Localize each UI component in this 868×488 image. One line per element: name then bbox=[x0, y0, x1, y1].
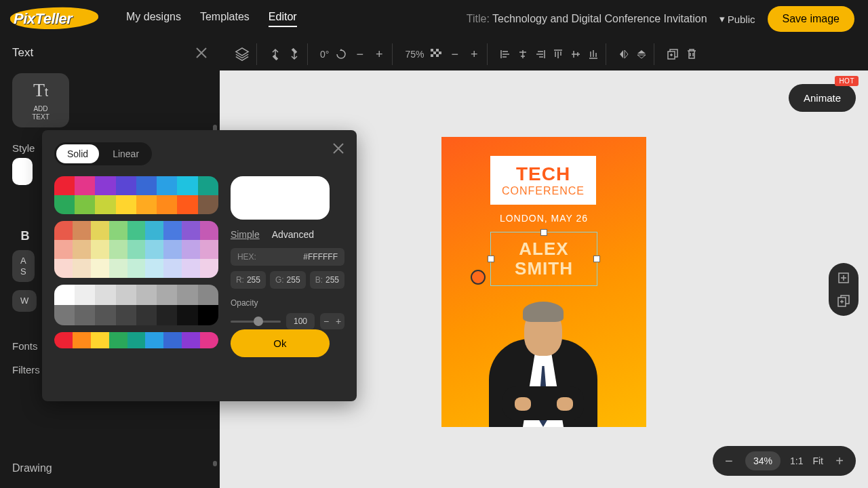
svg-rect-4 bbox=[433, 52, 436, 54]
rotate-increase[interactable]: + bbox=[373, 47, 386, 62]
date-text[interactable]: LONDON, MAY 26 bbox=[441, 213, 646, 224]
preset-chip[interactable]: W bbox=[12, 290, 37, 312]
resize-handle-top[interactable] bbox=[540, 229, 547, 236]
conference-text: CONFERENCE bbox=[502, 185, 585, 197]
opacity-decrease[interactable]: − bbox=[448, 47, 461, 62]
close-icon[interactable] bbox=[332, 142, 344, 155]
text-icon: Tt bbox=[33, 79, 48, 101]
opacity-increase[interactable]: + bbox=[332, 313, 344, 329]
palette-pastel[interactable] bbox=[54, 221, 218, 278]
color-controls: Simple Advanced HEX: #FFFFFF R:255 G:255… bbox=[231, 176, 344, 357]
zoom-controls: − 34% 1:1 Fit + bbox=[713, 446, 856, 476]
ok-button[interactable]: Ok bbox=[231, 329, 330, 357]
mode-advanced[interactable]: Advanced bbox=[272, 229, 314, 240]
duplicate-icon[interactable] bbox=[667, 48, 679, 60]
panel-title: Text bbox=[12, 46, 33, 60]
current-color-preview[interactable] bbox=[231, 176, 330, 220]
resize-handle-right[interactable] bbox=[593, 256, 600, 262]
hex-input[interactable]: HEX: #FFFFFF bbox=[231, 248, 344, 266]
mode-simple[interactable]: Simple bbox=[231, 229, 260, 240]
preset-chip[interactable]: A S bbox=[12, 250, 35, 282]
save-image-button[interactable]: Save image bbox=[768, 6, 855, 32]
nav-my-designs[interactable]: My designs bbox=[126, 11, 181, 27]
align-center-h-icon[interactable] bbox=[517, 49, 528, 60]
align-middle-icon[interactable] bbox=[570, 49, 581, 60]
style-swatch[interactable] bbox=[12, 158, 33, 185]
zoom-fit[interactable]: Fit bbox=[812, 455, 823, 466]
zoom-percent[interactable]: 34% bbox=[745, 451, 781, 470]
svg-rect-5 bbox=[439, 52, 441, 54]
layers-icon[interactable] bbox=[235, 47, 250, 62]
svg-rect-7 bbox=[436, 54, 439, 57]
drawing-section[interactable]: Drawing bbox=[0, 453, 64, 484]
duplicate-page-icon[interactable] bbox=[837, 294, 850, 308]
rotation-value[interactable]: 0° bbox=[320, 49, 329, 60]
opacity-value[interactable]: 75% bbox=[405, 49, 424, 60]
tech-text: TECH bbox=[516, 163, 570, 185]
rotate-decrease[interactable]: − bbox=[353, 47, 366, 62]
document-title[interactable]: Title: Technology and Digital Conference… bbox=[467, 13, 707, 25]
palette-grayscale[interactable] bbox=[54, 285, 218, 325]
resize-handle-left[interactable] bbox=[488, 256, 494, 262]
zoom-out[interactable]: − bbox=[722, 453, 736, 469]
b-input[interactable]: B:255 bbox=[310, 271, 344, 289]
svg-rect-6 bbox=[431, 54, 433, 57]
animate-button-wrap: HOT Animate bbox=[789, 84, 856, 112]
selected-text-box[interactable]: ALEX SMITH bbox=[490, 232, 597, 286]
add-text-button[interactable]: Tt ADD TEXT bbox=[12, 73, 69, 127]
align-right-icon[interactable] bbox=[535, 49, 546, 60]
rotate-icon[interactable] bbox=[336, 49, 347, 60]
bring-forward-icon[interactable] bbox=[269, 48, 281, 60]
fill-solid[interactable]: Solid bbox=[56, 144, 99, 163]
add-page-icon[interactable] bbox=[837, 271, 850, 285]
close-icon[interactable] bbox=[195, 47, 208, 59]
app-header: PixTeller My designs Templates Editor Ti… bbox=[0, 0, 868, 38]
delete-icon[interactable] bbox=[686, 48, 698, 60]
opacity-slider[interactable] bbox=[231, 321, 281, 323]
align-bottom-icon[interactable] bbox=[588, 49, 599, 60]
align-top-icon[interactable] bbox=[553, 49, 564, 60]
logo[interactable]: PixTeller bbox=[14, 5, 102, 33]
nav-editor[interactable]: Editor bbox=[269, 11, 297, 27]
editor-toolbar: 0° − + 75% − + bbox=[220, 38, 868, 70]
flip-vertical-icon[interactable] bbox=[636, 49, 647, 60]
hot-badge: HOT bbox=[835, 76, 859, 86]
bold-toggle[interactable]: B bbox=[15, 226, 35, 246]
fill-linear[interactable]: Linear bbox=[102, 144, 150, 163]
g-input[interactable]: G:255 bbox=[270, 271, 306, 289]
zoom-in[interactable]: + bbox=[833, 453, 846, 469]
person-image[interactable] bbox=[475, 291, 611, 427]
r-input[interactable]: R:255 bbox=[231, 271, 266, 289]
right-toolbar bbox=[829, 263, 859, 316]
opacity-decrease[interactable]: − bbox=[320, 313, 332, 329]
align-left-icon[interactable] bbox=[500, 49, 511, 60]
name-last: SMITH bbox=[515, 259, 573, 279]
main-nav: My designs Templates Editor bbox=[126, 11, 297, 27]
opacity-input[interactable]: 100 bbox=[286, 313, 315, 329]
send-backward-icon[interactable] bbox=[288, 48, 300, 60]
svg-rect-2 bbox=[431, 49, 433, 52]
animate-button[interactable]: Animate bbox=[789, 84, 856, 112]
palette-bright[interactable] bbox=[54, 176, 218, 214]
palette-rainbow[interactable] bbox=[54, 332, 218, 348]
transparency-icon[interactable] bbox=[431, 49, 441, 60]
color-palettes bbox=[54, 176, 218, 357]
design-artboard[interactable]: TECH CONFERENCE LONDON, MAY 26 ALEX SMIT… bbox=[441, 137, 646, 427]
color-picker-popover: Solid Linear bbox=[42, 130, 357, 401]
flip-horizontal-icon[interactable] bbox=[618, 49, 629, 60]
zoom-actual[interactable]: 1:1 bbox=[790, 455, 803, 466]
opacity-increase[interactable]: + bbox=[468, 47, 481, 62]
rotate-handle[interactable] bbox=[471, 270, 486, 285]
title-block[interactable]: TECH CONFERENCE bbox=[490, 156, 596, 205]
svg-rect-3 bbox=[436, 49, 439, 52]
fill-type-toggle: Solid Linear bbox=[54, 142, 152, 165]
visibility-dropdown[interactable]: ▾Public bbox=[719, 13, 755, 25]
name-first: ALEX bbox=[519, 239, 568, 259]
opacity-label: Opacity bbox=[231, 298, 344, 308]
nav-templates[interactable]: Templates bbox=[200, 11, 250, 27]
